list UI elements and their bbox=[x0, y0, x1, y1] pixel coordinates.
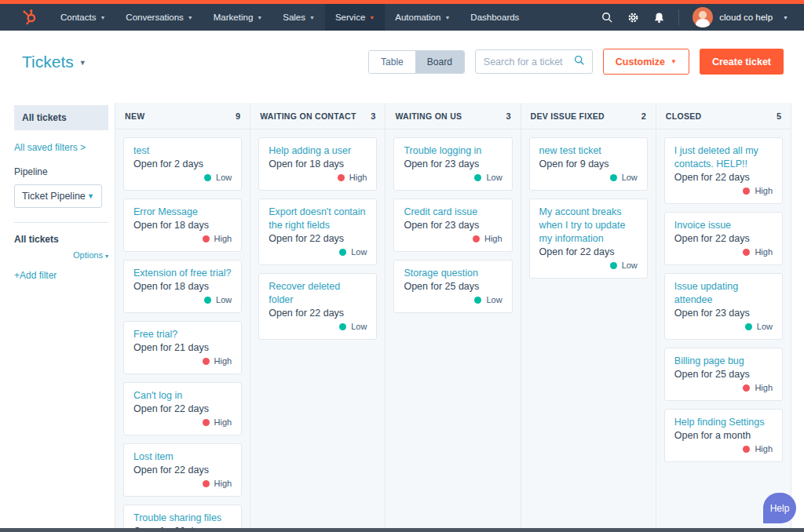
priority-label: Low bbox=[216, 173, 232, 182]
ticket-open-duration: Open for 18 days bbox=[133, 219, 232, 232]
ticket-title-link[interactable]: Trouble logging in bbox=[404, 144, 502, 158]
account-menu[interactable]: cloud co help ▼ bbox=[693, 7, 788, 27]
ticket-card[interactable]: Storage question Open for 25 days Low bbox=[393, 260, 512, 313]
ticket-card[interactable]: Free trial? Open for 21 days High bbox=[123, 321, 242, 374]
ticket-priority: High bbox=[674, 246, 773, 258]
board-column-header: WAITING ON US 3 bbox=[386, 103, 520, 129]
ticket-title-link[interactable]: Help finding Settings bbox=[674, 416, 773, 429]
ticket-priority: Low bbox=[269, 246, 367, 258]
ticket-search-input[interactable] bbox=[484, 56, 574, 67]
column-count: 2 bbox=[641, 111, 646, 121]
page-title[interactable]: Tickets ▼ bbox=[22, 53, 86, 71]
ticket-card[interactable]: Export doesn't contain the right fields … bbox=[258, 199, 377, 265]
ticket-title-link[interactable]: Issue updating attendee bbox=[674, 280, 773, 307]
ticket-title-link[interactable]: Extension of free trial? bbox=[133, 267, 232, 280]
column-name: WAITING ON CONTACT bbox=[260, 111, 356, 121]
nav-item-label: Sales bbox=[283, 13, 305, 22]
ticket-open-duration: Open for 23 days bbox=[404, 158, 502, 171]
nav-item-sales[interactable]: Sales▼ bbox=[272, 4, 325, 31]
sidebar-item-all-tickets[interactable]: All tickets bbox=[14, 105, 108, 130]
ticket-search-box bbox=[475, 49, 593, 74]
ticket-card[interactable]: new test ticket Open for 9 days Low bbox=[529, 137, 648, 191]
ticket-card[interactable]: Trouble sharing files Open for 22 days H… bbox=[123, 505, 242, 528]
ticket-priority: High bbox=[404, 232, 502, 245]
priority-dot-icon bbox=[339, 323, 346, 330]
chevron-down-icon: ▼ bbox=[309, 15, 315, 20]
filters-heading: All tickets bbox=[14, 234, 115, 245]
ticket-card[interactable]: Trouble logging in Open for 23 days Low bbox=[393, 137, 512, 191]
create-ticket-button[interactable]: Create ticket bbox=[700, 49, 784, 75]
pipeline-label: Pipeline bbox=[14, 166, 115, 177]
ticket-card[interactable]: I just deleted all my contacts. HELP!! O… bbox=[664, 137, 783, 204]
ticket-card[interactable]: Extension of free trial? Open for 18 day… bbox=[123, 260, 242, 313]
nav-item-automation[interactable]: Automation▼ bbox=[385, 4, 460, 31]
ticket-title-link[interactable]: I just deleted all my contacts. HELP!! bbox=[674, 144, 773, 171]
ticket-title-link[interactable]: new test ticket bbox=[539, 144, 638, 158]
search-icon[interactable] bbox=[601, 11, 613, 24]
ticket-title-link[interactable]: Error Message bbox=[133, 206, 232, 219]
add-filter-link[interactable]: +Add filter bbox=[14, 270, 115, 281]
bottom-scrollbar[interactable] bbox=[0, 528, 804, 532]
ticket-card[interactable]: Lost item Open for 22 days High bbox=[123, 443, 242, 497]
ticket-title-link[interactable]: Billing page bug bbox=[674, 355, 773, 368]
column-cards: I just deleted all my contacts. HELP!! O… bbox=[656, 129, 791, 528]
ticket-title-link[interactable]: Lost item bbox=[133, 450, 232, 464]
column-name: WAITING ON US bbox=[395, 111, 462, 121]
filters-sidebar: All tickets All saved filters > Pipeline… bbox=[0, 93, 115, 528]
ticket-card[interactable]: My account breaks when I try to update m… bbox=[529, 199, 648, 279]
priority-label: Low bbox=[351, 247, 367, 257]
ticket-card[interactable]: test Open for 2 days Low bbox=[123, 137, 242, 191]
ticket-open-duration: Open for 22 days bbox=[269, 307, 367, 320]
ticket-open-duration: Open for 22 days bbox=[539, 246, 638, 259]
main-navbar: Contacts▼Conversations▼Marketing▼Sales▼S… bbox=[0, 4, 804, 31]
nav-item-marketing[interactable]: Marketing▼ bbox=[203, 4, 272, 31]
ticket-open-duration: Open for 23 days bbox=[404, 219, 502, 232]
ticket-open-duration: Open for 22 days bbox=[133, 403, 232, 416]
chevron-down-icon: ▼ bbox=[257, 15, 262, 20]
ticket-priority: Low bbox=[674, 320, 773, 333]
ticket-title-link[interactable]: Help adding a user bbox=[269, 144, 367, 158]
priority-dot-icon bbox=[203, 419, 210, 426]
ticket-card[interactable]: Billing page bug Open for 25 days High bbox=[664, 348, 783, 401]
ticket-title-link[interactable]: Trouble sharing files bbox=[133, 512, 232, 525]
ticket-title-link[interactable]: Credit card issue bbox=[404, 206, 502, 219]
column-cards: Trouble logging in Open for 23 days Low … bbox=[386, 129, 520, 528]
all-saved-filters-link[interactable]: All saved filters > bbox=[14, 142, 115, 153]
ticket-card[interactable]: Help adding a user Open for 18 days High bbox=[258, 137, 377, 191]
ticket-title-link[interactable]: test bbox=[133, 144, 232, 158]
notifications-bell-icon[interactable] bbox=[652, 11, 665, 24]
options-link[interactable]: Options ▾ bbox=[14, 250, 108, 260]
customize-button[interactable]: Customize ▼ bbox=[603, 49, 689, 75]
nav-item-dashboards[interactable]: Dashboards bbox=[460, 4, 529, 31]
ticket-card[interactable]: Error Message Open for 18 days High bbox=[123, 199, 242, 252]
sidebar-divider bbox=[14, 222, 108, 223]
ticket-title-link[interactable]: Free trial? bbox=[133, 328, 232, 341]
ticket-title-link[interactable]: Storage question bbox=[404, 267, 502, 280]
ticket-card[interactable]: Can't log in Open for 22 days High bbox=[123, 382, 242, 435]
help-button[interactable]: Help bbox=[763, 493, 796, 523]
ticket-title-link[interactable]: Recover deleted folder bbox=[269, 280, 367, 307]
ticket-card[interactable]: Help finding Settings Open for a month H… bbox=[664, 409, 783, 462]
hubspot-sprocket-logo-icon[interactable] bbox=[20, 8, 39, 27]
ticket-card[interactable]: Issue updating attendee Open for 23 days… bbox=[664, 273, 783, 340]
table-view-button[interactable]: Table bbox=[369, 51, 415, 73]
ticket-title-link[interactable]: Invoice issue bbox=[674, 219, 773, 232]
board-view-button[interactable]: Board bbox=[415, 51, 464, 73]
ticket-priority: Low bbox=[539, 259, 638, 271]
nav-item-conversations[interactable]: Conversations▼ bbox=[115, 4, 203, 31]
ticket-open-duration: Open for 22 days bbox=[269, 232, 367, 246]
ticket-title-link[interactable]: My account breaks when I try to update m… bbox=[539, 206, 638, 246]
priority-label: Low bbox=[351, 322, 367, 331]
ticket-title-link[interactable]: Can't log in bbox=[133, 389, 232, 403]
search-icon[interactable] bbox=[574, 55, 585, 69]
nav-item-service[interactable]: Service▼ bbox=[325, 4, 385, 31]
nav-item-contacts[interactable]: Contacts▼ bbox=[50, 4, 115, 31]
column-cards: Help adding a user Open for 18 days High… bbox=[250, 129, 385, 528]
ticket-card[interactable]: Invoice issue Open for 22 days High bbox=[664, 212, 783, 265]
settings-gear-icon[interactable] bbox=[627, 11, 639, 24]
ticket-card[interactable]: Credit card issue Open for 23 days High bbox=[393, 199, 512, 252]
priority-dot-icon bbox=[743, 188, 750, 195]
ticket-title-link[interactable]: Export doesn't contain the right fields bbox=[269, 206, 367, 232]
pipeline-select[interactable]: Ticket Pipeline ▼ bbox=[14, 184, 102, 208]
ticket-card[interactable]: Recover deleted folder Open for 22 days … bbox=[258, 273, 377, 340]
